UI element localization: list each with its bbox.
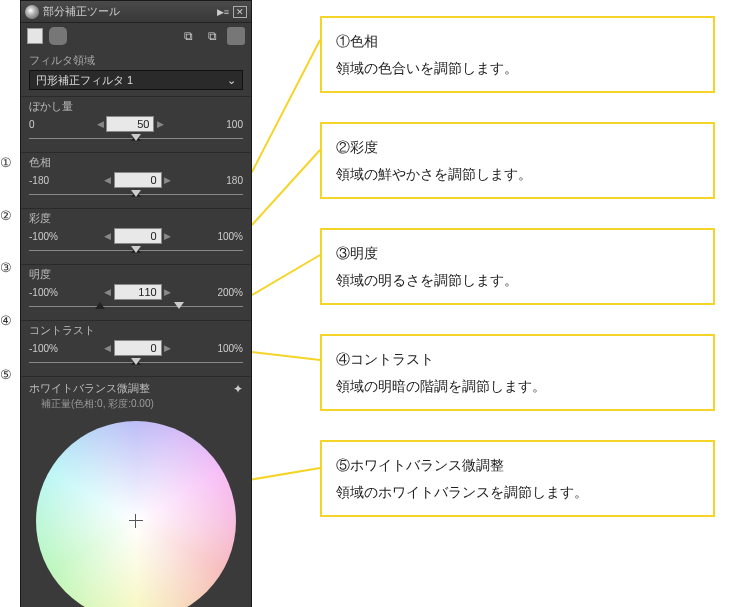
blur-increment[interactable]: ▶ [156, 117, 164, 131]
svg-line-0 [252, 40, 320, 172]
brightness-min: -100% [29, 287, 58, 298]
white-balance-label: ホワイトバランス微調整 [29, 381, 150, 396]
filter-region-section: フィルタ領域 円形補正フィルタ 1 ⌄ [21, 49, 251, 96]
callout-white-balance: ⑤ホワイトバランス微調整 領域のホワイトバランスを調節します。 [320, 440, 715, 517]
contrast-max: 100% [217, 343, 243, 354]
contrast-decrement[interactable]: ◀ [104, 341, 112, 355]
callout-hue: ①色相 領域の色合いを調節します。 [320, 16, 715, 93]
blur-input[interactable] [106, 116, 154, 132]
blur-max: 100 [226, 119, 243, 130]
saturation-min: -100% [29, 231, 58, 242]
callout-white-balance-body: 領域のホワイトバランスを調節します。 [336, 479, 699, 506]
saturation-slider-row: 彩度 -100% ◀ ▶ 100% [21, 208, 251, 264]
blur-min: 0 [29, 119, 35, 130]
callout-hue-title: ①色相 [336, 28, 699, 55]
saturation-max: 100% [217, 231, 243, 242]
callout-brightness-title: ③明度 [336, 240, 699, 267]
marker-4: ④ [0, 313, 12, 328]
panel-title: 部分補正ツール [43, 4, 120, 19]
brightness-input[interactable] [114, 284, 162, 300]
contrast-label: コントラスト [29, 323, 243, 340]
callout-brightness: ③明度 領域の明るさを調節します。 [320, 228, 715, 305]
crosshair-icon [129, 514, 143, 528]
app-icon [25, 5, 39, 19]
contrast-slider-row: コントラスト -100% ◀ ▶ 100% [21, 320, 251, 376]
hue-track[interactable] [29, 190, 243, 200]
saturation-decrement[interactable]: ◀ [104, 229, 112, 243]
brightness-slider-row: 明度 -100% ◀ ▶ 200% [21, 264, 251, 320]
white-balance-section: ホワイトバランス微調整 ✦ 補正量(色相:0, 彩度:0.00) [21, 376, 251, 607]
svg-line-1 [252, 150, 320, 225]
blur-track[interactable] [29, 134, 243, 144]
marker-5: ⑤ [0, 367, 12, 382]
white-balance-sub: 補正量(色相:0, 彩度:0.00) [29, 396, 243, 411]
brightness-track[interactable] [29, 302, 243, 312]
saturation-track[interactable] [29, 246, 243, 256]
saturation-label: 彩度 [29, 211, 243, 228]
callout-saturation-body: 領域の鮮やかさを調節します。 [336, 161, 699, 188]
hue-input[interactable] [114, 172, 162, 188]
close-icon[interactable]: ✕ [233, 6, 247, 18]
contrast-input[interactable] [114, 340, 162, 356]
contrast-increment[interactable]: ▶ [164, 341, 172, 355]
eyedropper-icon[interactable]: ✦ [233, 382, 243, 396]
brightness-decrement[interactable]: ◀ [104, 285, 112, 299]
blur-decrement[interactable]: ◀ [96, 117, 104, 131]
svg-line-2 [252, 255, 320, 295]
callout-saturation: ②彩度 領域の鮮やかさを調節します。 [320, 122, 715, 199]
rounded-tool-icon[interactable] [49, 27, 67, 45]
callout-saturation-title: ②彩度 [336, 134, 699, 161]
marker-2: ② [0, 208, 12, 223]
marker-1: ① [0, 155, 12, 170]
saturation-increment[interactable]: ▶ [164, 229, 172, 243]
callout-hue-body: 領域の色合いを調節します。 [336, 55, 699, 82]
blur-label: ぼかし量 [29, 99, 243, 116]
copy-icon[interactable]: ⧉ [179, 27, 197, 45]
callout-contrast-body: 領域の明暗の階調を調節します。 [336, 373, 699, 400]
partial-correction-tool-panel: 部分補正ツール ▶≡ ✕ ⧉ ⧉ フィルタ領域 円形補正フィルタ 1 ⌄ ぼかし… [20, 0, 252, 607]
chevron-down-icon: ⌄ [227, 74, 236, 87]
delete-icon[interactable] [227, 27, 245, 45]
hue-min: -180 [29, 175, 49, 186]
marker-3: ③ [0, 260, 12, 275]
callout-brightness-body: 領域の明るさを調節します。 [336, 267, 699, 294]
filter-region-value: 円形補正フィルタ 1 [36, 73, 133, 88]
svg-line-3 [252, 352, 320, 360]
contrast-min: -100% [29, 343, 58, 354]
hue-decrement[interactable]: ◀ [104, 173, 112, 187]
saturation-input[interactable] [114, 228, 162, 244]
callout-white-balance-title: ⑤ホワイトバランス微調整 [336, 452, 699, 479]
brightness-max: 200% [217, 287, 243, 298]
shape-toolbar: ⧉ ⧉ [21, 23, 251, 49]
panel-titlebar: 部分補正ツール ▶≡ ✕ [21, 1, 251, 23]
filter-region-label: フィルタ領域 [29, 51, 243, 70]
callout-contrast-title: ④コントラスト [336, 346, 699, 373]
color-wheel[interactable] [36, 421, 236, 607]
contrast-track[interactable] [29, 358, 243, 368]
brightness-increment[interactable]: ▶ [164, 285, 172, 299]
hue-label: 色相 [29, 155, 243, 172]
hue-slider-row: 色相 -180 ◀ ▶ 180 [21, 152, 251, 208]
rectangle-tool-icon[interactable] [27, 28, 43, 44]
brightness-label: 明度 [29, 267, 243, 284]
hue-max: 180 [226, 175, 243, 186]
menu-icon[interactable]: ▶≡ [215, 5, 231, 19]
hue-increment[interactable]: ▶ [164, 173, 172, 187]
filter-region-dropdown[interactable]: 円形補正フィルタ 1 ⌄ [29, 70, 243, 90]
paste-icon[interactable]: ⧉ [203, 27, 221, 45]
blur-slider-row: ぼかし量 0 ◀ ▶ 100 [21, 96, 251, 152]
callout-contrast: ④コントラスト 領域の明暗の階調を調節します。 [320, 334, 715, 411]
